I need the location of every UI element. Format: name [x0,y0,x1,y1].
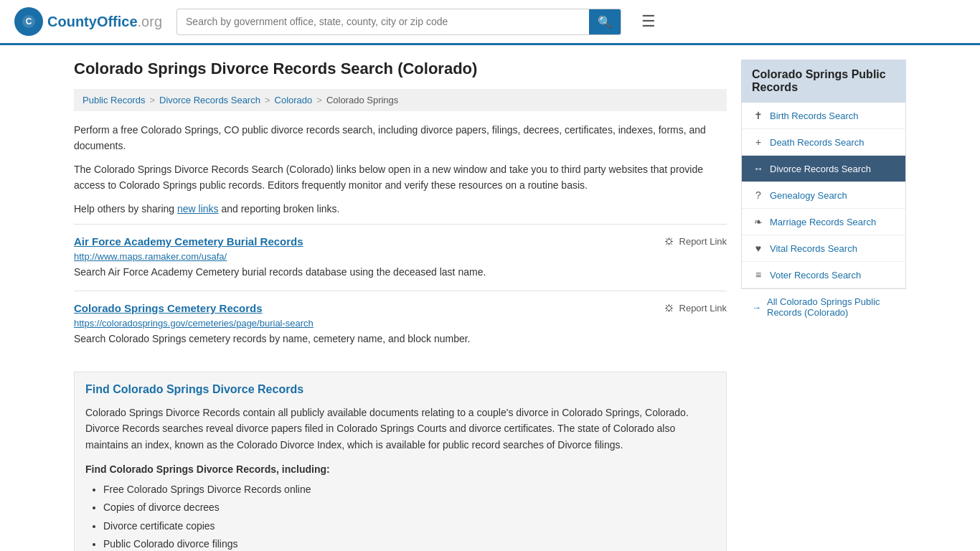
record-link-title[interactable]: Colorado Springs Cemetery Records [74,302,263,314]
find-list-item: Free Colorado Springs Divorce Records on… [103,481,715,499]
find-section-body: Colorado Springs Divorce Records contain… [85,405,715,453]
sidebar-item-voter-records-search[interactable]: ≡ Voter Records Search [742,262,905,288]
breadcrumb-divorce-records[interactable]: Divorce Records Search [159,95,260,105]
breadcrumb-colorado-springs: Colorado Springs [326,95,398,105]
record-link-item: Air Force Academy Cemetery Burial Record… [74,224,727,291]
sidebar-item-label: Genealogy Search [770,190,847,201]
arrow-icon: → [752,302,761,313]
report-link[interactable]: ⛭ Report Link [664,302,727,315]
search-icon: 🔍 [598,16,612,28]
logo-link[interactable]: C CountyOffice.org [14,7,162,36]
search-button[interactable]: 🔍 [589,9,621,34]
sidebar-item-icon: + [753,136,764,148]
find-section-subtitle: Find Colorado Springs Divorce Records, i… [85,463,715,475]
record-url[interactable]: http://www.maps.ramaker.com/usafa/ [74,251,727,262]
sidebar-item-label: Divorce Records Search [770,164,871,174]
breadcrumb-sep-2: > [265,95,270,105]
sidebar-all-link[interactable]: → All Colorado Springs Public Records (C… [741,289,906,325]
sidebar-item-label: Birth Records Search [770,110,859,121]
main-container: Colorado Springs Divorce Records Search … [60,45,920,551]
sidebar-item-label: Death Records Search [770,137,864,148]
logo-text: CountyOffice.org [47,14,162,30]
record-link-header: Air Force Academy Cemetery Burial Record… [74,235,727,248]
sidebar-item-icon: ↔ [753,163,764,174]
record-link-title[interactable]: Air Force Academy Cemetery Burial Record… [74,235,303,248]
find-section-title: Find Colorado Springs Divorce Records [85,383,715,396]
report-label: Report Link [679,236,727,247]
breadcrumb-public-records[interactable]: Public Records [83,95,145,105]
record-link-header: Colorado Springs Cemetery Records ⛭ Repo… [74,302,727,315]
sidebar-item-label: Vital Records Search [770,243,857,254]
intro-paragraph-2: The Colorado Springs Divorce Records Sea… [74,161,727,194]
search-input[interactable] [177,10,589,33]
breadcrumb-colorado[interactable]: Colorado [275,95,313,105]
intro-paragraph-1: Perform a free Colorado Springs, CO publ… [74,122,727,154]
svg-text:C: C [26,17,32,27]
record-desc: Search Colorado Springs cemetery records… [74,331,727,347]
page-title: Colorado Springs Divorce Records Search … [74,60,727,78]
logo-icon: C [14,7,43,36]
sidebar-item-vital-records-search[interactable]: ♥ Vital Records Search [742,235,905,262]
sidebar-item-icon: ≡ [753,269,764,281]
sidebar-nav: ✝ Birth Records Search + Death Records S… [741,103,906,289]
sidebar-item-icon: ? [753,189,764,201]
sidebar-item-marriage-records-search[interactable]: ❧ Marriage Records Search [742,209,905,235]
record-desc: Search Air Force Academy Cemetery burial… [74,265,727,280]
sidebar-item-label: Voter Records Search [770,270,861,281]
search-bar: 🔍 [176,9,621,35]
breadcrumb-sep-1: > [149,95,155,105]
sidebar-item-divorce-records-search[interactable]: ↔ Divorce Records Search [742,156,905,182]
hamburger-menu[interactable]: ☰ [636,9,661,34]
site-header: C CountyOffice.org 🔍 ☰ [0,0,980,45]
sidebar-item-icon: ✝ [753,110,764,121]
intro3-prefix: Help others by sharing [74,203,177,215]
sidebar-header: Colorado Springs Public Records [741,60,906,103]
find-list-item: Divorce certificate copies [103,517,715,535]
find-section: Find Colorado Springs Divorce Records Co… [74,372,727,551]
report-icon: ⛭ [664,235,675,248]
intro-paragraph-3: Help others by sharing new links and rep… [74,201,727,217]
find-list-item: Public Colorado divorce filings [103,535,715,551]
find-list-item: Copies of divorce decrees [103,499,715,517]
record-url[interactable]: https://coloradosprings.gov/cemeteries/p… [74,318,727,329]
sidebar-item-genealogy-search[interactable]: ? Genealogy Search [742,182,905,209]
record-links-container: Air Force Academy Cemetery Burial Record… [74,224,727,357]
content-area: Colorado Springs Divorce Records Search … [74,60,727,551]
sidebar-item-icon: ❧ [753,216,764,227]
sidebar-item-death-records-search[interactable]: + Death Records Search [742,129,905,156]
sidebar-item-icon: ♥ [753,242,764,254]
intro3-suffix: and reporting broken links. [219,203,340,215]
breadcrumb: Public Records > Divorce Records Search … [74,89,727,111]
report-label: Report Link [679,303,727,314]
find-list: Free Colorado Springs Divorce Records on… [85,481,715,551]
report-link[interactable]: ⛭ Report Link [664,235,727,248]
sidebar-all-link-label: All Colorado Springs Public Records (Col… [767,296,895,318]
report-icon: ⛭ [664,302,675,315]
sidebar-item-birth-records-search[interactable]: ✝ Birth Records Search [742,103,905,129]
sidebar-item-label: Marriage Records Search [770,217,876,227]
record-link-item: Colorado Springs Cemetery Records ⛭ Repo… [74,291,727,357]
breadcrumb-sep-3: > [316,95,322,105]
new-links-link[interactable]: new links [177,203,219,215]
sidebar: Colorado Springs Public Records ✝ Birth … [741,60,906,551]
